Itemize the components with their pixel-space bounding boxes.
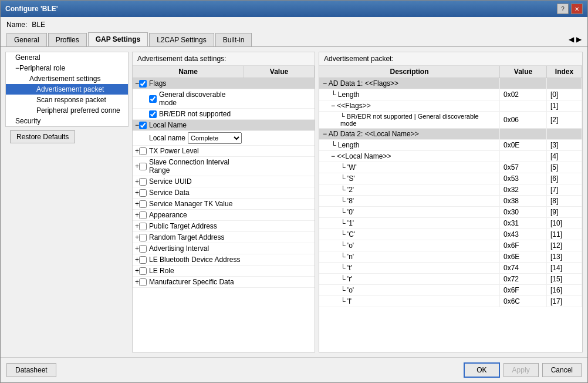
service-data-expand-icon[interactable]: + <box>135 189 139 197</box>
cancel-button[interactable]: Cancel <box>542 363 582 377</box>
public-target-checkbox[interactable] <box>139 223 147 230</box>
right-row-ad2-section: − AD Data 2: <<Local Name>> <box>319 129 582 140</box>
tree-item-peripheral-role[interactable]: − Peripheral role <box>6 63 128 73</box>
adv-interval-checkbox[interactable] <box>139 245 147 253</box>
flags-section-name: − Flags <box>133 78 244 89</box>
middle-panel: Advertisement data settings: Name Value … <box>132 52 315 352</box>
t-desc: └ 't' <box>319 263 500 273</box>
tree-item-periph-pref[interactable]: Peripheral preferred conne <box>6 105 128 116</box>
restore-defaults-button[interactable]: Restore Defaults <box>10 130 75 143</box>
slave-conn-expand-icon[interactable]: + <box>135 162 139 170</box>
le-role-checkbox[interactable] <box>139 267 147 275</box>
tx-power-expand-icon[interactable]: + <box>135 147 139 155</box>
bredr-checkbox[interactable] <box>149 110 157 118</box>
length1-value: 0x02 <box>500 89 547 100</box>
tab-gap-settings[interactable]: GAP Settings <box>88 32 148 46</box>
service-uuid-checkbox[interactable] <box>139 178 147 186</box>
tree-panel: General − Peripheral role Advertisement … <box>5 52 129 127</box>
length1-desc: └ Length <box>319 89 500 100</box>
service-uuid-label: Service UUID <box>149 177 192 186</box>
tab-profiles[interactable]: Profiles <box>48 33 87 46</box>
le-bt-device-checkbox[interactable] <box>139 256 147 264</box>
local-name-type-label: Local name <box>149 134 185 142</box>
service-data-checkbox[interactable] <box>139 189 147 197</box>
l-value: 0x6C <box>500 296 547 307</box>
le-role-value <box>244 266 315 276</box>
right-row-c: └ 'C' 0x43 [11] <box>319 229 582 240</box>
flags-expand-icon[interactable]: − <box>135 79 139 88</box>
local-name-sub-expand-icon[interactable]: − <box>331 152 335 160</box>
col-value-header: Value <box>244 66 315 78</box>
le-role-expand-icon[interactable]: + <box>135 267 139 275</box>
ok-button[interactable]: OK <box>464 362 499 378</box>
adv-interval-expand-icon[interactable]: + <box>135 244 139 253</box>
mfr-specific-expand-icon[interactable]: + <box>135 278 139 286</box>
random-target-checkbox[interactable] <box>139 234 147 241</box>
le-bt-device-expand-icon[interactable]: + <box>135 256 139 264</box>
ad1-section-value <box>500 78 547 89</box>
svc-mgr-tk-value <box>244 199 315 209</box>
slave-conn-label: Slave Connection Interval Range <box>149 158 242 174</box>
configure-ble-window: Configure 'BLE' ? ✕ Name: BLE General Pr… <box>0 0 588 383</box>
appearance-expand-icon[interactable]: + <box>135 211 139 219</box>
tab-built-in[interactable]: Built-in <box>215 33 252 46</box>
tree-item-general[interactable]: General <box>6 52 128 63</box>
flags-sub-expand-icon[interactable]: − <box>331 102 335 110</box>
w-value: 0x57 <box>500 162 547 173</box>
local-name-checkbox[interactable] <box>139 122 147 129</box>
tree-item-adv-packet[interactable]: Advertisement packet <box>6 84 128 95</box>
mfr-specific-checkbox[interactable] <box>139 278 147 286</box>
right-row-w: └ 'W' 0x57 [5] <box>319 162 582 173</box>
slave-conn-value <box>244 157 315 176</box>
random-target-name: + Random Target Address <box>133 232 244 243</box>
help-button[interactable]: ? <box>557 4 569 14</box>
random-target-expand-icon[interactable]: + <box>135 233 139 241</box>
tab-next-icon[interactable]: ▶ <box>576 35 582 43</box>
public-target-expand-icon[interactable]: + <box>135 222 139 230</box>
ad2-expand-icon[interactable]: − <box>323 130 327 138</box>
svc-mgr-tk-label: Service Manager TK Value <box>149 200 232 208</box>
1-value: 0x31 <box>500 218 547 229</box>
slave-conn-checkbox[interactable] <box>139 163 147 170</box>
o1-desc: └ 'o' <box>319 240 500 251</box>
1-index: [10] <box>547 218 582 229</box>
ad1-section-index <box>547 78 582 89</box>
window-title: Configure 'BLE' <box>5 5 58 13</box>
tree-item-scan-response[interactable]: Scan response packet <box>6 95 128 105</box>
svc-mgr-tk-checkbox[interactable] <box>139 200 147 208</box>
row-adv-interval: + Advertising Interval <box>133 243 315 254</box>
public-target-name: + Public Target Address <box>133 221 244 231</box>
name-label: Name: <box>6 21 27 29</box>
right-row-o1: └ 'o' 0x6F [12] <box>319 240 582 251</box>
datasheet-button[interactable]: Datasheet <box>6 363 56 377</box>
bredr-name: BR/EDR not supported <box>133 109 244 119</box>
local-name-expand-icon[interactable]: − <box>135 121 139 129</box>
right-row-length2: └ Length 0x0E [3] <box>319 140 582 151</box>
close-button[interactable]: ✕ <box>571 4 583 14</box>
service-uuid-expand-icon[interactable]: + <box>135 177 139 186</box>
flags-checkbox[interactable] <box>139 80 147 88</box>
appearance-checkbox[interactable] <box>139 211 147 219</box>
general-disc-checkbox[interactable] <box>149 95 157 103</box>
ad1-expand-icon[interactable]: − <box>323 79 327 88</box>
tab-l2cap[interactable]: L2CAP Settings <box>149 33 214 46</box>
l-desc: └ 'l' <box>319 296 500 307</box>
o1-value: 0x6F <box>500 240 547 251</box>
row-local-name-section: − Local Name <box>133 120 315 131</box>
tree-item-security[interactable]: Security <box>6 116 128 126</box>
right-row-ad1-section: − AD Data 1: <<Flags>> <box>319 78 582 89</box>
apply-button[interactable]: Apply <box>503 363 539 377</box>
c-desc: └ 'C' <box>319 229 500 240</box>
local-name-type-select[interactable]: Complete Shortened <box>188 132 242 144</box>
tab-prev-icon[interactable]: ◀ <box>569 35 574 43</box>
s-index: [6] <box>547 173 582 184</box>
tree-item-adv-settings[interactable]: Advertisement settings <box>6 73 128 84</box>
bredr-flags-value: 0x06 <box>500 112 547 128</box>
svc-mgr-tk-expand-icon[interactable]: + <box>135 200 139 208</box>
tree-label-security: Security <box>15 117 40 125</box>
tx-power-checkbox[interactable] <box>139 147 147 155</box>
bredr-flags-desc: └ BR/EDR not supported | General discove… <box>319 112 500 128</box>
general-disc-value <box>244 89 315 108</box>
tab-general[interactable]: General <box>6 33 47 46</box>
2-value: 0x32 <box>500 184 547 195</box>
